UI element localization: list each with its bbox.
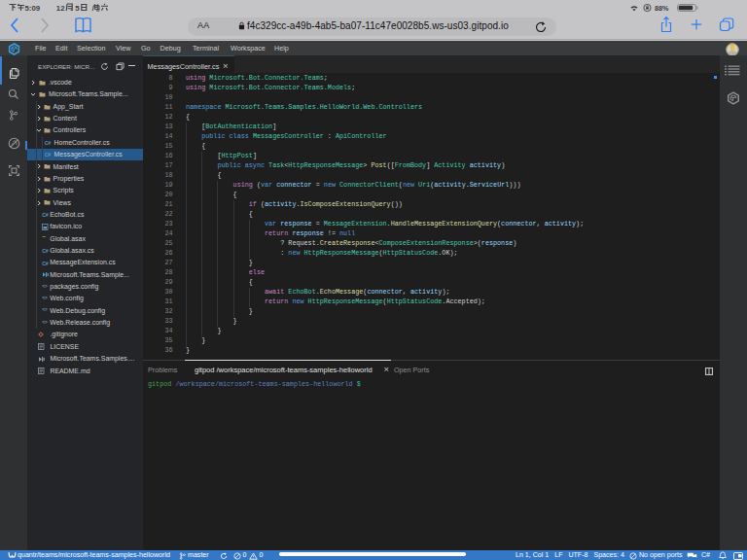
svg-text:88%: 88% bbox=[655, 3, 669, 12]
svg-text:5: 5 bbox=[75, 4, 80, 12]
svg-text:12: 12 bbox=[56, 4, 65, 12]
svg-text:5:09: 5:09 bbox=[25, 4, 41, 12]
